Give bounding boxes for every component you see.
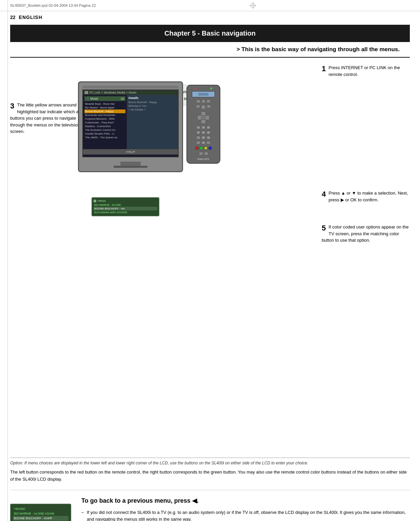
tv-details-line-2: < No Details > (128, 108, 177, 112)
tv-music-header: 🎵 Music 10 (84, 96, 125, 101)
tv-screen: PC Link > Windows Media > Music 🎵 Music … (82, 89, 179, 157)
step-3-text: The little yellow arrows around the high… (10, 102, 87, 134)
tv-list-item-3: Buchanan and Goodman (84, 113, 125, 117)
remote-btn-num-5[interactable]: 5 (201, 131, 205, 134)
remote-btn-num-1[interactable]: 1 (196, 126, 200, 129)
remote-btn-row-2 (196, 105, 211, 109)
lcd-item-2: BUCHANAN AND GOODM (94, 211, 157, 214)
remote-btn-num-6[interactable]: 6 (206, 131, 211, 134)
prev-menu-content: To go back to a previous menu, press ◀. … (81, 497, 410, 521)
tv-pc-icon (85, 91, 88, 94)
prev-lcd-items-list: >MusicBiz Markie - Alone AgainBOONE BISC… (13, 506, 68, 521)
tv-details-content: Boone Bischoff - HappyBirthday to You< N… (128, 100, 177, 112)
prev-lcd-item-2: BOONE BISCHOFF - HAPP (13, 516, 68, 521)
remote-color-btn-red[interactable] (195, 146, 199, 150)
remote-btn-bottom-1[interactable] (199, 152, 203, 155)
remote-btn-num-3[interactable]: 3 (206, 126, 211, 129)
remote-btn-5[interactable] (207, 105, 211, 108)
step-1: 1 Press INTERNET or PC LINK on the remot… (322, 64, 410, 78)
remote-btn-num-2[interactable]: 2 (201, 126, 205, 129)
prev-menu-lcd: >MusicBiz Markie - Alone AgainBOONE BISC… (10, 504, 71, 521)
lcd-display: >Music Biz Markie - AloneBOONE BISCHOFF … (92, 197, 159, 216)
crosshair-icon (249, 2, 256, 9)
remote-color-btn-blue[interactable] (208, 146, 212, 150)
remote-btn-num-9[interactable]: 9 (206, 136, 211, 139)
remote-btn-num-4[interactable]: 4 (196, 131, 200, 134)
remote-screen (192, 91, 215, 97)
page-number: 22 (10, 15, 16, 20)
remote-btn-num-8[interactable]: 8 (201, 136, 205, 139)
prev-menu-title: To go back to a previous menu, press ◀. (81, 497, 410, 504)
step-3-number: 3 (10, 102, 14, 111)
step-1-text: Press INTERNET or PC LINK on the remote … (328, 65, 400, 77)
tv-outer: PC Link > Windows Media > Music 🎵 Music … (78, 81, 183, 172)
section-divider (10, 490, 410, 490)
prev-menu-section: >MusicBiz Markie - Alone AgainBOONE BISC… (10, 497, 410, 521)
remote-btn-3[interactable] (206, 100, 211, 103)
tv-title-text: PC Link > Windows Media > Music (89, 91, 137, 94)
tv-stand (120, 162, 141, 166)
remote-btn-ok[interactable] (201, 105, 206, 109)
tv-list-item-4: Corporal Blossom - Whit (84, 117, 125, 121)
remote-btn-2[interactable] (201, 100, 205, 103)
lcd-item-1: BOONE BISCHOFF - HA (94, 207, 157, 211)
tv-bezel-top (82, 86, 179, 88)
tv-list-item-7: The Evolution Control Co (84, 128, 125, 132)
remote-color-btns (195, 146, 212, 150)
tv-list-item-6: Elastica - Connection (84, 124, 125, 128)
remote-color-btn-yellow[interactable] (204, 146, 207, 150)
prev-lcd-item-1: Biz Markie - Alone Again (13, 511, 68, 516)
remote-control: 1 2 3 4 5 6 7 8 9 (186, 85, 220, 164)
remote-btn-num-0[interactable]: 0 (201, 141, 205, 144)
lcd-items: Biz Markie - AloneBOONE BISCHOFF - HABUC… (94, 203, 157, 214)
lcd-title-text: >Music (97, 199, 106, 202)
tv-title-bar: PC Link > Windows Media > Music (83, 90, 178, 95)
remote-num-row-4: 0 (196, 141, 211, 144)
remote-num-row-1: 1 2 3 (196, 126, 211, 129)
prev-lcd-item-0: >Music (13, 506, 68, 511)
illustration-area: PC Link > Windows Media > Music 🎵 Music … (78, 81, 224, 172)
remote-btn-4[interactable] (196, 105, 200, 108)
remote-btn-1[interactable] (196, 100, 200, 103)
remote-btn-bottom-2[interactable] (204, 152, 208, 155)
tv-bottom-bar: >HILIP (83, 149, 178, 155)
page-language: ENGLISH (19, 15, 42, 20)
step-4-text: Press ▲ or ▼ to make a selection. Next, … (328, 191, 408, 202)
tv-details-line-0: Boone Bischoff - Happy (128, 100, 177, 104)
remote-top-indicator (195, 87, 212, 89)
chapter-title: Chapter 5 - Basic navigation (10, 25, 410, 42)
remote-led-green (210, 87, 212, 89)
tv-content: 🎵 Music 10 Beastie Boys - Rock HarBiz Ma… (83, 95, 178, 149)
remote-btn-misc-1[interactable] (196, 141, 200, 144)
remote-btn-num-7[interactable]: 7 (196, 136, 200, 139)
tv-list-item-1: Biz Markie - Alone Again (84, 106, 125, 109)
tv-base (114, 166, 147, 168)
tv-music-count: 10 (121, 97, 124, 100)
margin-line (7, 0, 8, 521)
prev-menu-bullets-list: If you did not connect the SL400i to a T… (81, 509, 410, 521)
remote-color-btn-green[interactable] (200, 146, 203, 150)
remote-led-red (195, 87, 197, 89)
tv-list-item-8: Invisibl Skratch Piklz - U (84, 132, 125, 136)
tv-list-item-5: Culturecide - They Aren' (84, 121, 125, 124)
step-5-text: If color coded user options appear on th… (322, 224, 409, 243)
lcd-item-0: Biz Markie - Alone (94, 203, 157, 207)
remote-dpad-center[interactable] (201, 115, 206, 120)
lcd-title: >Music (94, 199, 157, 202)
bottom-note-area: Option: If menu choices are displayed in… (10, 458, 410, 483)
bottom-note-italic: Option: If menu choices are displayed in… (10, 461, 410, 465)
tv-left-panel: 🎵 Music 10 Beastie Boys - Rock HarBiz Ma… (83, 95, 127, 149)
step-5-number: 5 (322, 224, 326, 233)
tv-right-panel: Details Boone Bischoff - HappyBirthday t… (127, 95, 178, 149)
remote-num-row-3: 7 8 9 (196, 136, 211, 139)
tv-music-label: 🎵 Music (86, 97, 98, 100)
step-1-number: 1 (322, 64, 326, 73)
remote-btn-row-1 (196, 100, 211, 103)
lcd-folder-icon (94, 200, 96, 202)
tv-list-item-9: The JAMS - The Queen an (84, 136, 125, 139)
main-content: 1 Press INTERNET or PC LINK on the remot… (10, 64, 410, 268)
filename-label: SL400i37_Booklet.qxd 02-04-2004 13:44 Pa… (10, 3, 96, 7)
tv-details-line-1: Birthday to You (128, 104, 177, 108)
remote-dpad (197, 112, 209, 124)
remote-btn-misc-2[interactable] (206, 141, 211, 144)
